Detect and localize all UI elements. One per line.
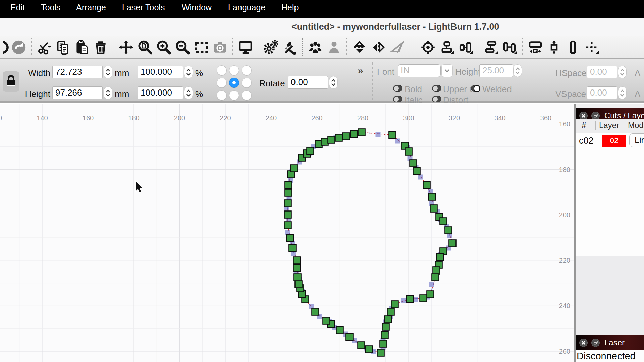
path-node[interactable] (430, 205, 437, 212)
distribute-vertical-icon[interactable] (482, 38, 500, 57)
anchor-top-center[interactable] (229, 65, 239, 75)
welded-toggle[interactable] (471, 85, 480, 92)
path-node[interactable] (420, 295, 427, 302)
width-percent-input[interactable]: 100.000 (138, 66, 183, 78)
copy-icon[interactable] (54, 38, 72, 57)
anchor-bottom-right[interactable] (241, 90, 252, 100)
control-handle[interactable] (418, 175, 423, 180)
path-node[interactable] (346, 334, 353, 341)
layer-row[interactable]: c02 02 Line (576, 133, 644, 149)
control-handle[interactable] (395, 139, 400, 144)
path-node[interactable] (343, 133, 350, 140)
control-handle[interactable] (376, 132, 381, 137)
zoom-to-page-icon[interactable] (136, 38, 154, 57)
path-node[interactable] (433, 267, 440, 274)
path-node[interactable] (381, 332, 388, 339)
path-node[interactable] (335, 134, 342, 141)
make-same-width-icon[interactable] (526, 38, 545, 57)
zoom-in-icon[interactable] (154, 38, 173, 57)
font-height-input[interactable]: 25.00 (479, 64, 513, 77)
upper-case-toggle[interactable] (432, 85, 441, 92)
expand-text-options-button[interactable]: » (358, 65, 363, 76)
path-node[interactable] (291, 165, 298, 172)
move-to-position-icon[interactable] (582, 38, 601, 57)
delete-icon[interactable] (91, 38, 110, 57)
path-node[interactable] (387, 308, 394, 315)
path-node[interactable] (385, 316, 392, 323)
menu-arrange[interactable]: Arrange (76, 3, 106, 12)
path-node[interactable] (427, 291, 434, 298)
path-node[interactable] (323, 317, 330, 324)
font-dropdown-button[interactable] (441, 64, 453, 77)
path-node[interactable] (449, 240, 456, 247)
path-node[interactable] (366, 346, 373, 353)
preview-monitor-icon[interactable] (236, 38, 255, 57)
anchor-middle-left[interactable] (217, 78, 227, 88)
undo-icon[interactable] (3, 38, 9, 57)
anchor-middle-right[interactable] (241, 78, 252, 88)
hspace-input[interactable]: 0.00 (587, 66, 617, 78)
path-node[interactable] (307, 147, 314, 155)
device-settings-icon[interactable] (280, 38, 299, 57)
bold-toggle[interactable] (393, 85, 402, 92)
path-node[interactable] (358, 342, 365, 349)
lock-aspect-button[interactable] (3, 71, 19, 92)
menu-laser-tools[interactable]: Laser Tools (122, 3, 165, 12)
path-node[interactable] (284, 200, 291, 207)
path-node[interactable] (293, 265, 301, 272)
path-node[interactable] (410, 160, 417, 167)
hspace-spinner[interactable] (618, 66, 627, 78)
anchor-top-right[interactable] (241, 65, 252, 75)
control-handle[interactable] (429, 282, 434, 287)
path-node[interactable] (429, 193, 436, 200)
font-select[interactable]: IN Alternate (398, 64, 441, 77)
vspace-spinner[interactable] (618, 86, 627, 99)
path-node[interactable] (328, 136, 335, 143)
path-node[interactable] (377, 349, 384, 356)
cut-icon[interactable] (35, 38, 54, 57)
path-node[interactable] (445, 227, 452, 234)
group-icon[interactable] (306, 38, 325, 57)
path-node[interactable] (293, 257, 301, 264)
path-node[interactable] (432, 274, 439, 281)
flip-horizontal-icon[interactable] (369, 38, 388, 57)
flip-vertical-icon[interactable] (350, 38, 369, 57)
path-node[interactable] (336, 327, 343, 334)
height-percent-spinner[interactable] (184, 86, 193, 99)
path-node[interactable] (437, 254, 444, 261)
menu-edit[interactable]: Edit (10, 3, 25, 12)
menu-tools[interactable]: Tools (41, 3, 60, 12)
path-node[interactable] (285, 189, 292, 196)
path-node[interactable] (295, 281, 302, 288)
path-node[interactable] (389, 132, 396, 139)
path-node[interactable] (407, 296, 414, 303)
anchor-bottom-center[interactable] (229, 90, 239, 100)
paste-icon[interactable] (72, 38, 91, 57)
path-node[interactable] (391, 301, 398, 308)
pan-icon[interactable] (117, 38, 136, 57)
rotate-input[interactable]: 0.00 (288, 76, 328, 89)
position-laser-icon[interactable] (419, 38, 437, 57)
align-stack-icon[interactable] (437, 38, 456, 57)
close-icon[interactable] (579, 339, 588, 347)
width-input[interactable]: 72.723 (52, 66, 103, 78)
path-node[interactable] (284, 222, 291, 229)
menu-help[interactable]: Help (281, 3, 299, 12)
workspace-canvas[interactable]: 1201401601802002202402602803003203403601… (0, 104, 574, 362)
make-same-height-icon[interactable] (545, 38, 564, 57)
height-input[interactable]: 97.266 (52, 86, 103, 99)
distribute-horizontal-icon[interactable] (500, 38, 519, 57)
path-node[interactable] (287, 235, 294, 242)
path-node[interactable] (440, 218, 447, 225)
path-node[interactable] (289, 245, 296, 252)
path-node[interactable] (413, 168, 420, 175)
anchor-center[interactable] (229, 78, 239, 88)
path-node[interactable] (380, 340, 387, 347)
font-height-spinner[interactable] (513, 64, 522, 77)
layer-color-swatch[interactable]: 02 (602, 135, 626, 147)
height-spinner[interactable] (104, 86, 112, 99)
anchor-bottom-left[interactable] (217, 90, 227, 100)
menu-language[interactable]: Language (228, 3, 265, 12)
anchor-top-left[interactable] (217, 65, 227, 75)
path-node[interactable] (285, 182, 292, 189)
